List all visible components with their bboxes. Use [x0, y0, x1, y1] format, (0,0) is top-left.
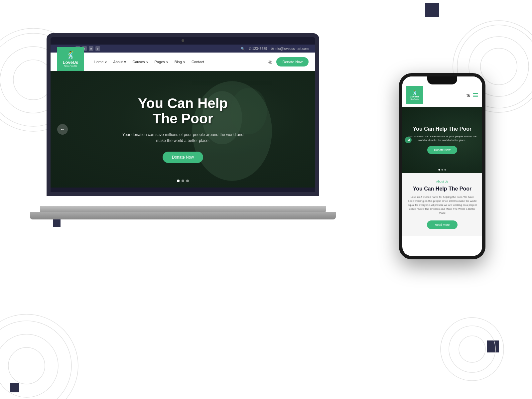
- phone-screen: 🕺 LoveUs Non-Profits 🛍: [402, 76, 482, 256]
- phone-device: 🕺 LoveUs Non-Profits 🛍: [399, 73, 485, 263]
- top-bar-right: 🔍 ✆ 12345689 ✉ info@loveussmart.com: [241, 47, 309, 51]
- laptop-screen-inner: Follow Us: f t in p 🔍 ✆ 1234568: [51, 45, 315, 192]
- phone-about-section: About Us You Can Help The Poor Love us A…: [402, 173, 482, 236]
- phone-header-icons: 🛍: [466, 92, 478, 98]
- phone-dot-2[interactable]: [442, 169, 443, 171]
- menu-line-1: [473, 93, 478, 94]
- phone-about-text: Love us A trusted name for helping the p…: [408, 195, 477, 215]
- hero-dot-1[interactable]: [177, 180, 180, 182]
- laptop-device: Follow Us: f t in p 🔍 ✆ 1234568: [40, 33, 326, 219]
- laptop-screen-outer: Follow Us: f t in p 🔍 ✆ 1234568: [47, 33, 319, 196]
- email-address: ✉ info@loveussmart.com: [271, 47, 309, 51]
- main-nav: 🕺 LoveUs Non-Profits Home ∨ About ∨ Caus…: [51, 53, 315, 71]
- phone-about-title: You Can Help The Poor: [408, 186, 477, 192]
- laptop-camera: [182, 39, 184, 42]
- website-content: Follow Us: f t in p 🔍 ✆ 1234568: [51, 45, 315, 192]
- nav-contact[interactable]: Contact: [192, 60, 204, 64]
- phone-cart-icon[interactable]: 🛍: [466, 92, 470, 98]
- phone-notch: [427, 76, 457, 84]
- phone-read-more-button[interactable]: Read More: [427, 220, 458, 229]
- page-wrapper: Follow Us: f t in p 🔍 ✆ 1234568: [0, 0, 532, 399]
- pinterest-icon[interactable]: p: [95, 46, 100, 51]
- nav-home[interactable]: Home ∨: [94, 60, 107, 64]
- nav-pages[interactable]: Pages ∨: [155, 60, 169, 64]
- hero-prev-button[interactable]: ←: [57, 124, 68, 135]
- phone-hero-subtitle: Your donation can save millions of poor …: [408, 135, 477, 142]
- phone-logo-tagline: Non-Profits: [410, 98, 419, 100]
- phone-hero-section: ◀ You Can Help The Poor Your donation ca…: [402, 107, 482, 173]
- hero-content: You Can HelpThe Poor Your donation can s…: [120, 96, 246, 163]
- hero-title: You Can HelpThe Poor: [120, 96, 246, 126]
- phone-logo: 🕺 LoveUs Non-Profits: [406, 86, 423, 104]
- phone-logo-icon: 🕺: [412, 90, 418, 95]
- phone-menu-icon[interactable]: [473, 93, 478, 97]
- phone-hero-content: You Can Help The Poor Your donation can …: [402, 126, 482, 154]
- phone-donate-button[interactable]: Donate Now: [427, 146, 457, 154]
- hero-donate-button[interactable]: Donate Now: [163, 152, 203, 163]
- phone-logo-name: LoveUs: [410, 95, 420, 98]
- nav-donate-button[interactable]: Donate Now: [276, 57, 309, 66]
- menu-line-3: [473, 96, 478, 97]
- nav-actions: 🛍 Donate Now: [268, 57, 309, 66]
- phone-body: 🕺 LoveUs Non-Profits 🛍: [399, 73, 485, 259]
- nav-causes[interactable]: Causes ∨: [132, 60, 148, 64]
- linkedin-icon[interactable]: in: [89, 46, 93, 51]
- phone-about-tag: About Us: [408, 180, 477, 183]
- phone-dot-1[interactable]: [439, 169, 440, 171]
- nav-about[interactable]: About ∨: [113, 60, 126, 64]
- menu-line-2: [473, 95, 478, 95]
- hero-dot-2[interactable]: [182, 180, 184, 182]
- phone-hero-dots: [439, 169, 446, 171]
- hero-subtitle: Your donation can save millions of poor …: [120, 132, 246, 144]
- laptop-body: Follow Us: f t in p 🔍 ✆ 1234568: [40, 33, 326, 206]
- cart-icon[interactable]: 🛍: [268, 59, 272, 65]
- logo-tagline: Non-Profits: [64, 65, 77, 67]
- hero-dot-3[interactable]: [186, 180, 189, 182]
- nav-blog[interactable]: Blog ∨: [175, 60, 186, 64]
- nav-logo: 🕺 LoveUs Non-Profits: [57, 47, 84, 71]
- phone-hero-title: You Can Help The Poor: [408, 126, 477, 132]
- phone-prev-button[interactable]: ◀: [405, 137, 412, 143]
- nav-items: Home ∨ About ∨ Causes ∨ Pages ∨ Blog ∨ C…: [94, 60, 268, 64]
- search-icon[interactable]: 🔍: [241, 47, 245, 51]
- hero-dots: [177, 180, 189, 182]
- logo-name: LoveUs: [63, 60, 78, 65]
- phone-dot-3[interactable]: [445, 169, 446, 171]
- phone-number: ✆ 12345689: [249, 47, 267, 51]
- laptop-bottom-bar: [30, 212, 336, 219]
- logo-icon: 🕺: [66, 51, 75, 60]
- top-bar: Follow Us: f t in p 🔍 ✆ 1234568: [51, 45, 315, 53]
- laptop-base: [40, 206, 326, 212]
- hero-section: ← You Can HelpThe Poor Your donation can…: [51, 71, 315, 188]
